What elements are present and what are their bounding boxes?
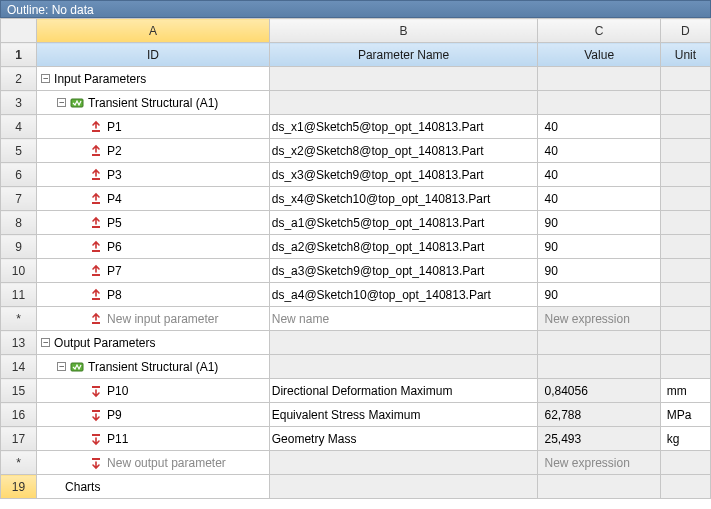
cell-value[interactable] [538, 67, 660, 91]
col-letter-a[interactable]: A [37, 19, 270, 43]
cell-unit[interactable] [660, 307, 710, 331]
cell-name[interactable] [269, 91, 538, 115]
cell-unit[interactable] [660, 115, 710, 139]
parameters-grid[interactable]: A B C D 1 ID Parameter Name Value Unit 2… [0, 18, 711, 499]
cell-value[interactable] [538, 91, 660, 115]
cell-name[interactable]: Directional Deformation Maximum [269, 379, 538, 403]
cell-unit[interactable] [660, 451, 710, 475]
param-value[interactable]: 90 [544, 216, 557, 230]
cell-unit[interactable]: MPa [660, 403, 710, 427]
cell-value[interactable] [538, 355, 660, 379]
cell-id[interactable]: P1 [37, 115, 270, 139]
cell-id[interactable]: − Output Parameters [37, 331, 270, 355]
cell-id[interactable]: − Transient Structural (A1) [37, 355, 270, 379]
cell-unit[interactable] [660, 235, 710, 259]
cell-name[interactable]: ds_a2@Sketch8@top_opt_140813.Part [269, 235, 538, 259]
row-header-1[interactable]: 1 [1, 43, 37, 67]
col-header-id[interactable]: ID [37, 43, 270, 67]
cell-value[interactable]: 0,84056 [538, 379, 660, 403]
row-header[interactable]: 6 [1, 163, 37, 187]
cell-id[interactable]: P9 [37, 403, 270, 427]
table-row[interactable]: 4 P1ds_x1@Sketch5@top_opt_140813.Part40 [1, 115, 711, 139]
cell-id[interactable]: P5 [37, 211, 270, 235]
param-value[interactable]: 40 [544, 120, 557, 134]
row-header[interactable]: * [1, 451, 37, 475]
cell-value[interactable]: 90 [538, 259, 660, 283]
param-value[interactable]: 90 [544, 264, 557, 278]
cell-name[interactable]: ds_x4@Sketch10@top_opt_140813.Part [269, 187, 538, 211]
col-letter-b[interactable]: B [269, 19, 538, 43]
cell-name[interactable] [269, 451, 538, 475]
cell-id[interactable]: P3 [37, 163, 270, 187]
col-header-unit[interactable]: Unit [660, 43, 710, 67]
cell-unit[interactable] [660, 67, 710, 91]
cell-id[interactable]: P7 [37, 259, 270, 283]
cell-unit[interactable] [660, 475, 710, 499]
table-row[interactable]: 19Charts [1, 475, 711, 499]
table-row[interactable]: 14 − Transient Structural (A1) [1, 355, 711, 379]
new-param-label[interactable]: New input parameter [107, 312, 267, 326]
param-value[interactable]: 40 [544, 144, 557, 158]
cell-id[interactable]: P10 [37, 379, 270, 403]
param-value[interactable]: 40 [544, 192, 557, 206]
expander-icon[interactable]: − [57, 362, 66, 371]
new-param-value[interactable]: New expression [544, 456, 629, 470]
cell-id[interactable]: P11 [37, 427, 270, 451]
row-header[interactable]: 11 [1, 283, 37, 307]
cell-id[interactable]: P2 [37, 139, 270, 163]
cell-name[interactable]: ds_x3@Sketch9@top_opt_140813.Part [269, 163, 538, 187]
cell-id[interactable]: − Transient Structural (A1) [37, 91, 270, 115]
row-header[interactable]: 17 [1, 427, 37, 451]
cell-unit[interactable] [660, 283, 710, 307]
cell-unit[interactable] [660, 259, 710, 283]
cell-value[interactable]: New expression [538, 451, 660, 475]
col-letter-c[interactable]: C [538, 19, 660, 43]
table-row[interactable]: 6 P3ds_x3@Sketch9@top_opt_140813.Part40 [1, 163, 711, 187]
row-header[interactable]: 2 [1, 67, 37, 91]
cell-value[interactable]: 40 [538, 139, 660, 163]
cell-value[interactable]: 25,493 [538, 427, 660, 451]
table-row[interactable]: 3 − Transient Structural (A1) [1, 91, 711, 115]
cell-unit[interactable] [660, 331, 710, 355]
cell-value[interactable]: 40 [538, 163, 660, 187]
cell-name[interactable]: ds_x1@Sketch5@top_opt_140813.Part [269, 115, 538, 139]
cell-id[interactable]: P8 [37, 283, 270, 307]
row-header[interactable]: 9 [1, 235, 37, 259]
cell-id[interactable]: Charts [37, 475, 270, 499]
row-header[interactable]: 16 [1, 403, 37, 427]
table-row[interactable]: 9 P6ds_a2@Sketch8@top_opt_140813.Part90 [1, 235, 711, 259]
cell-unit[interactable] [660, 355, 710, 379]
cell-name[interactable]: ds_a4@Sketch10@top_opt_140813.Part [269, 283, 538, 307]
table-row[interactable]: 15 P10Directional Deformation Maximum0,8… [1, 379, 711, 403]
row-header[interactable]: 8 [1, 211, 37, 235]
table-row[interactable]: 11 P8ds_a4@Sketch10@top_opt_140813.Part9… [1, 283, 711, 307]
cell-value[interactable]: 62,788 [538, 403, 660, 427]
expander-icon[interactable]: − [41, 74, 50, 83]
cell-id[interactable]: − Input Parameters [37, 67, 270, 91]
cell-unit[interactable]: mm [660, 379, 710, 403]
cell-name[interactable] [269, 331, 538, 355]
table-row[interactable]: * New output parameterNew expression [1, 451, 711, 475]
cell-unit[interactable] [660, 139, 710, 163]
row-header[interactable]: 5 [1, 139, 37, 163]
new-param-label[interactable]: New output parameter [107, 456, 267, 470]
cell-id[interactable]: P4 [37, 187, 270, 211]
expander-icon[interactable]: − [57, 98, 66, 107]
row-header[interactable]: * [1, 307, 37, 331]
cell-unit[interactable] [660, 163, 710, 187]
cell-name[interactable]: Equivalent Stress Maximum [269, 403, 538, 427]
row-header[interactable]: 19 [1, 475, 37, 499]
cell-unit[interactable] [660, 187, 710, 211]
new-param-value[interactable]: New expression [544, 312, 629, 326]
table-row[interactable]: 5 P2ds_x2@Sketch8@top_opt_140813.Part40 [1, 139, 711, 163]
cell-name[interactable]: New name [269, 307, 538, 331]
cell-value[interactable]: 40 [538, 187, 660, 211]
cell-value[interactable] [538, 475, 660, 499]
param-value[interactable]: 90 [544, 288, 557, 302]
cell-name[interactable]: ds_a3@Sketch9@top_opt_140813.Part [269, 259, 538, 283]
row-header[interactable]: 15 [1, 379, 37, 403]
row-header[interactable]: 4 [1, 115, 37, 139]
col-letter-d[interactable]: D [660, 19, 710, 43]
row-header[interactable]: 10 [1, 259, 37, 283]
row-header[interactable]: 7 [1, 187, 37, 211]
